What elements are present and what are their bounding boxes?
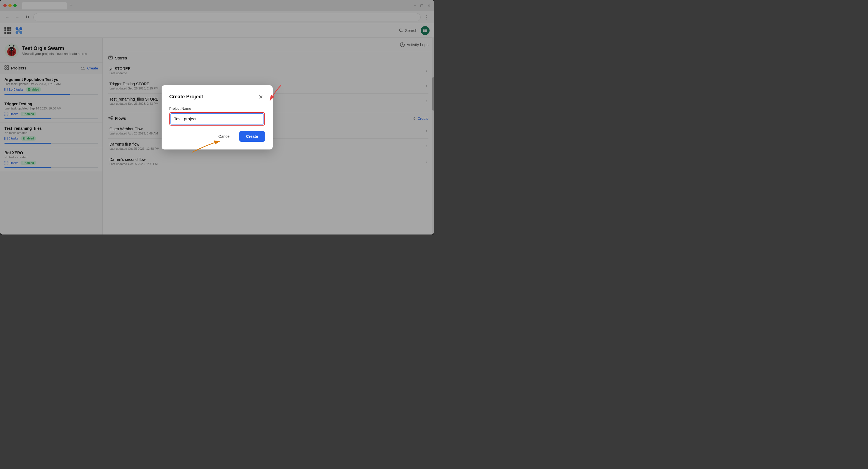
- project-name-input-wrapper: [169, 112, 265, 125]
- modal-overlay: Create Project ✕ Project Name Cancel Cre…: [0, 0, 434, 235]
- cancel-button[interactable]: Cancel: [213, 131, 236, 142]
- modal-actions: Cancel Create: [169, 131, 265, 142]
- browser-frame: + − □ ✕ ← → ↻ ⋮: [0, 0, 434, 235]
- modal-close-button[interactable]: ✕: [257, 93, 265, 101]
- modal-title: Create Project: [169, 94, 203, 100]
- project-name-label: Project Name: [169, 107, 265, 111]
- create-project-modal: Create Project ✕ Project Name Cancel Cre…: [162, 85, 273, 149]
- project-name-input[interactable]: [170, 113, 264, 124]
- modal-header: Create Project ✕: [169, 93, 265, 101]
- create-button[interactable]: Create: [239, 131, 265, 142]
